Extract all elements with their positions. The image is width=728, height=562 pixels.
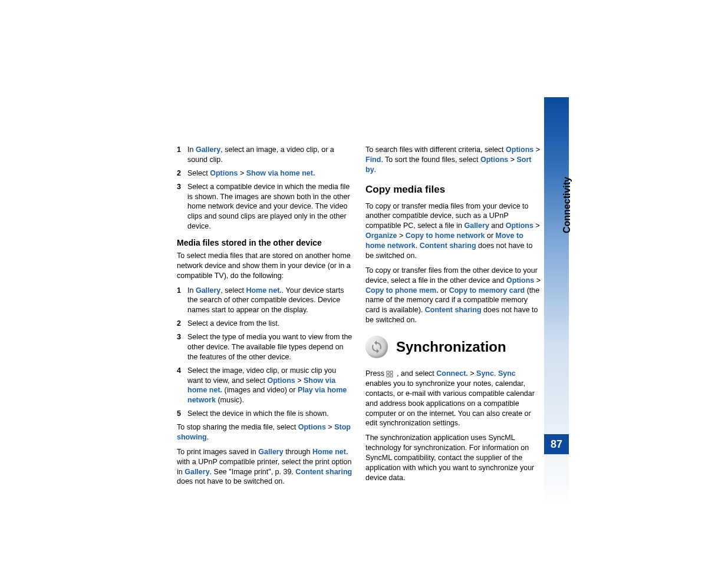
content: 1 In Gallery, select an image, a video c… [177,145,542,491]
link-connect[interactable]: Connect. [436,369,467,378]
page: Connectivity 87 1 In Gallery, select an … [0,0,728,562]
step-text: Select a compatible device in which the … [187,182,354,232]
link-copy-to-memory-card[interactable]: Copy to memory card [449,286,525,295]
heading-copy-media-files: Copy media files [365,183,542,197]
svg-rect-1 [390,371,393,373]
list-item: 4 Select the image, video clip, or music… [177,366,354,406]
link-options[interactable]: Options [506,276,534,285]
link-options[interactable]: Options [268,376,295,385]
svg-rect-3 [390,375,393,377]
step-number: 5 [177,409,187,419]
paragraph: To select media files that are stored on… [177,251,354,281]
link-sync[interactable]: Sync [476,369,494,378]
sync-icon [365,336,388,358]
link-options[interactable]: Options [506,146,533,154]
link-options[interactable]: Options [480,156,508,164]
chapter-label: Connectivity [562,177,572,233]
step-text: Select the device in which the file is s… [187,409,354,419]
refresh-icon [370,340,384,354]
link-content-sharing[interactable]: Content sharing [295,468,352,476]
step-number: 1 [177,145,187,165]
page-number: 87 [544,434,569,454]
step-text: Select a device from the list. [187,319,354,329]
step-number: 2 [177,168,187,178]
link-content-sharing[interactable]: Content sharing [425,306,482,314]
step-text: Select the image, video clip, or music c… [187,366,354,406]
list-item: 5 Select the device in which the file is… [177,409,354,419]
link-show-via-home-net[interactable]: Show via home net. [246,169,315,177]
step-number: 2 [177,319,187,329]
link-sync[interactable]: Sync [498,369,516,378]
step-number: 1 [177,286,187,316]
step-number: 4 [177,366,187,406]
step-number: 3 [177,332,187,362]
link-find[interactable]: Find [365,156,381,164]
paragraph: To stop sharing the media file, select O… [177,422,354,442]
step-text: In Gallery, select Home net.. Your devic… [187,286,354,316]
paragraph: To copy or transfer files from the other… [365,266,542,325]
paragraph: The synchronization application uses Syn… [365,433,542,482]
step-text: Select Options > Show via home net. [187,168,354,178]
step-text: Select the type of media you want to vie… [187,332,354,362]
paragraph: To print images saved in Gallery through… [177,447,354,487]
list-item: 3 Select the type of media you want to v… [177,332,354,362]
step-text: In Gallery, select an image, a video cli… [187,145,354,165]
step-number: 3 [177,182,187,232]
right-column: To search files with different criteria,… [365,145,542,491]
link-copy-to-phone-mem[interactable]: Copy to phone mem. [365,286,439,295]
list-item: 3 Select a compatible device in which th… [177,182,354,232]
list-item: 1 In Gallery, select an image, a video c… [177,145,354,165]
link-gallery[interactable]: Gallery [185,468,209,476]
svg-rect-0 [387,371,389,373]
link-options[interactable]: Options [298,423,326,431]
link-gallery[interactable]: Gallery [464,222,489,230]
heading-media-files: Media files stored in the other device [177,237,354,249]
heading-synchronization: Synchronization [396,338,506,356]
svg-rect-2 [387,375,389,377]
menu-key-icon [386,371,394,378]
link-content-sharing[interactable]: Content sharing [420,242,476,250]
list-item: 2 Select a device from the list. [177,319,354,329]
link-gallery[interactable]: Gallery [196,286,220,295]
paragraph: Press , and select Connect. > Sync. Sync… [365,369,542,428]
heading-row: Synchronization [365,336,542,358]
link-home-net[interactable]: Home net. [246,286,281,295]
link-home-net[interactable]: Home net. [312,448,348,456]
link-options[interactable]: Options [506,222,533,230]
paragraph: To search files with different criteria,… [365,145,542,175]
left-column: 1 In Gallery, select an image, a video c… [177,145,354,491]
link-organize[interactable]: Organize [365,232,397,240]
link-options[interactable]: Options [210,169,238,177]
link-gallery[interactable]: Gallery [258,448,283,456]
link-copy-to-home-network[interactable]: Copy to home network [406,232,485,240]
paragraph: To copy or transfer media files from you… [365,201,542,261]
link-gallery[interactable]: Gallery [196,146,220,154]
list-item: 2 Select Options > Show via home net. [177,168,354,178]
list-item: 1 In Gallery, select Home net.. Your dev… [177,286,354,316]
